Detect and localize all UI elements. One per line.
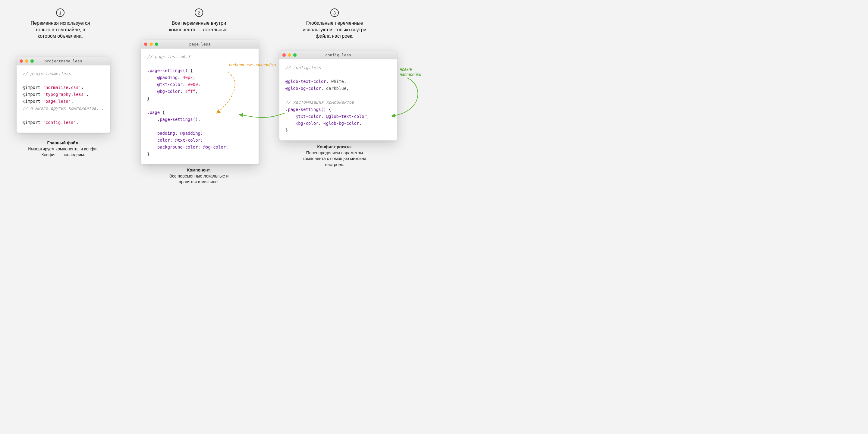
code-var: @bg-color [296,121,318,126]
caption-body: Все переменные локальные и хранятся в ми… [169,174,229,184]
code-keyword: @import [23,120,40,125]
caption-body: Переопределяем параметры компонента с по… [303,150,366,167]
annotation-default-settings: дефолтные настройки [229,62,276,67]
window-config: config.less // config.less @glob-text-co… [279,51,397,141]
minimize-icon[interactable] [288,53,291,57]
window-page: page.less // page.less v0.3 .page-settin… [141,40,258,164]
code-prop: color [157,138,170,143]
code-var: @bg-color [157,89,180,94]
code-value: #fff [185,89,195,94]
code-prop: background-color [157,145,198,150]
annotation-new-settings: новые настройки [400,67,434,77]
code-block: // projectname.less @import 'normalize.c… [17,65,110,133]
caption-left: Главный файл. Импортируем компоненты и к… [21,140,105,158]
caption-title: Главный файл. [47,141,80,145]
code-keyword: @import [23,99,40,104]
code-keyword: @import [23,85,40,90]
code-value: white [331,79,344,84]
step-3-number: 3 [330,8,339,17]
minimize-icon[interactable] [150,42,153,46]
code-string: 'typography.less' [43,92,86,97]
code-var: @glob-text-color [285,79,326,84]
step-1-header: 1 Переменная используется только в том ф… [21,8,99,39]
code-block: // config.less @glob-text-color: white; … [279,59,397,141]
code-mixin-call: .page-settings() [157,117,198,122]
code-comment: // и много других компонентов... [23,106,104,111]
step-3-header: 3 Глобальные переменные используются тол… [292,8,377,39]
code-selector: .page [147,110,160,115]
code-var: @bg-color [203,145,226,150]
code-var: @padding [157,75,178,80]
caption-right: Конфиг проекта. Переопределяем параметры… [292,144,377,167]
code-var: @txt-color [157,82,183,87]
code-string: 'config.less' [43,120,76,125]
code-var: @glob-text-color [326,114,367,119]
titlebar: config.less [279,51,397,59]
step-3-text: Глобальные переменные используются тольк… [292,20,377,39]
step-1-text: Переменная используется только в том фай… [21,20,99,39]
zoom-icon[interactable] [155,42,158,46]
traffic-lights [282,53,297,57]
code-var: @txt-color [175,138,200,143]
titlebar: projectname.less [17,57,110,65]
code-string: 'normalize.css' [43,85,81,90]
code-selector: .page-settings() [285,107,326,112]
close-icon[interactable] [282,53,286,57]
code-prop: padding [157,131,175,135]
code-var: @padding [180,131,200,135]
code-value: #000 [188,82,198,87]
step-2-text: Все переменные внутри компонента — локал… [160,20,238,33]
caption-mid: Компонент. Все переменные локальные и хр… [160,167,238,185]
code-string: 'page.less' [43,99,71,104]
code-var: @glob-bg-color [323,121,359,126]
code-comment: // projectname.less [23,71,71,76]
traffic-lights [20,59,34,63]
code-selector: .page-settings() [147,68,188,73]
code-value: darkblue [326,86,346,91]
caption-title: Конфиг проекта. [317,144,352,149]
caption-title: Компонент. [187,167,211,173]
close-icon[interactable] [144,42,147,46]
minimize-icon[interactable] [25,59,28,63]
zoom-icon[interactable] [293,53,297,57]
code-comment: // page.less v0.3 [147,54,190,59]
code-keyword: @import [23,92,40,97]
titlebar: page.less [141,40,258,49]
caption-body: Импортируем компоненты и конфиг. Конфиг … [28,147,98,157]
step-2-number: 2 [195,8,203,17]
code-value: 40px [183,75,193,80]
zoom-icon[interactable] [30,59,34,63]
step-1-number: 1 [56,8,64,17]
close-icon[interactable] [20,59,23,63]
window-title: page.less [141,42,258,46]
traffic-lights [144,42,158,46]
step-2-header: 2 Все переменные внутри компонента — лок… [160,8,238,33]
code-comment: // кастомизация компонентов [285,100,354,104]
window-projectname: projectname.less // projectname.less @im… [17,57,110,133]
window-title: config.less [279,53,397,57]
code-var: @txt-color [296,114,321,119]
code-comment: // config.less [285,65,321,70]
code-var: @glob-bg-color [285,86,321,91]
